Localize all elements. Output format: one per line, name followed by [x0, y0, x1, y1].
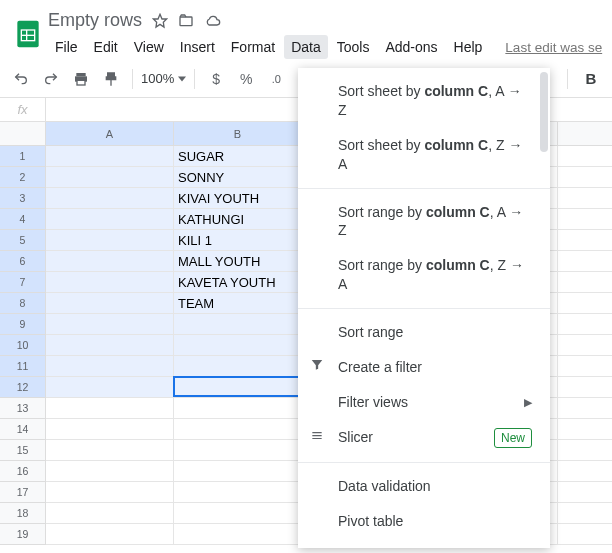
row-header-8[interactable]: 8 — [0, 293, 46, 314]
menu-format[interactable]: Format — [224, 35, 282, 59]
cell-B4[interactable]: KATHUNGI — [174, 209, 302, 230]
menu-pivot-table[interactable]: Pivot table — [298, 504, 550, 539]
row-header-10[interactable]: 10 — [0, 335, 46, 356]
redo-icon[interactable] — [38, 66, 64, 92]
cell-B6[interactable]: MALL YOUTH — [174, 251, 302, 272]
cell-E3[interactable] — [558, 188, 612, 209]
cell-A14[interactable] — [46, 419, 174, 440]
menu-tools[interactable]: Tools — [330, 35, 377, 59]
cell-A1[interactable] — [46, 146, 174, 167]
cell-B18[interactable] — [174, 503, 302, 524]
cloud-status-icon[interactable] — [204, 13, 222, 29]
currency-button[interactable]: $ — [203, 66, 229, 92]
cell-B13[interactable] — [174, 398, 302, 419]
cell-B8[interactable]: TEAM — [174, 293, 302, 314]
row-header-17[interactable]: 17 — [0, 482, 46, 503]
menu-addons[interactable]: Add-ons — [378, 35, 444, 59]
cell-E19[interactable] — [558, 524, 612, 545]
cell-A12[interactable] — [46, 377, 174, 398]
cell-B2[interactable]: SONNY — [174, 167, 302, 188]
cell-E17[interactable] — [558, 482, 612, 503]
row-header-6[interactable]: 6 — [0, 251, 46, 272]
cell-B11[interactable] — [174, 356, 302, 377]
cell-B19[interactable] — [174, 524, 302, 545]
cell-E7[interactable] — [558, 272, 612, 293]
document-title[interactable]: Empty rows — [48, 10, 142, 31]
row-header-19[interactable]: 19 — [0, 524, 46, 545]
cell-B12[interactable] — [174, 377, 302, 398]
cell-A5[interactable] — [46, 230, 174, 251]
row-header-16[interactable]: 16 — [0, 461, 46, 482]
cell-E12[interactable] — [558, 377, 612, 398]
row-header-2[interactable]: 2 — [0, 167, 46, 188]
row-header-18[interactable]: 18 — [0, 503, 46, 524]
print-icon[interactable] — [68, 66, 94, 92]
cell-B3[interactable]: KIVAI YOUTH — [174, 188, 302, 209]
row-header-9[interactable]: 9 — [0, 314, 46, 335]
menu-sort-range[interactable]: Sort range — [298, 315, 550, 350]
row-header-4[interactable]: 4 — [0, 209, 46, 230]
cell-B9[interactable] — [174, 314, 302, 335]
column-header-E[interactable]: E — [558, 122, 612, 145]
menu-view[interactable]: View — [127, 35, 171, 59]
row-header-15[interactable]: 15 — [0, 440, 46, 461]
column-header-A[interactable]: A — [46, 122, 174, 145]
cell-E4[interactable] — [558, 209, 612, 230]
decrease-decimal-button[interactable]: .0 — [263, 66, 289, 92]
cell-A9[interactable] — [46, 314, 174, 335]
cell-B15[interactable] — [174, 440, 302, 461]
row-header-11[interactable]: 11 — [0, 356, 46, 377]
cell-A3[interactable] — [46, 188, 174, 209]
menu-data-validation[interactable]: Data validation — [298, 469, 550, 504]
menu-create-filter[interactable]: Create a filter — [298, 350, 550, 385]
cell-A11[interactable] — [46, 356, 174, 377]
menu-randomize-range[interactable]: Randomize range — [298, 539, 550, 548]
percent-button[interactable]: % — [233, 66, 259, 92]
cell-A10[interactable] — [46, 335, 174, 356]
menu-sort-sheet-az[interactable]: Sort sheet by column C, A → Z — [298, 74, 550, 128]
menu-help[interactable]: Help — [447, 35, 490, 59]
cell-E14[interactable] — [558, 419, 612, 440]
cell-A6[interactable] — [46, 251, 174, 272]
menu-sort-sheet-za[interactable]: Sort sheet by column C, Z → A — [298, 128, 550, 182]
menu-sort-range-za[interactable]: Sort range by column C, Z → A — [298, 248, 550, 302]
row-header-1[interactable]: 1 — [0, 146, 46, 167]
cell-E2[interactable] — [558, 167, 612, 188]
cell-A7[interactable] — [46, 272, 174, 293]
cell-A4[interactable] — [46, 209, 174, 230]
cell-E6[interactable] — [558, 251, 612, 272]
column-header-B[interactable]: B — [174, 122, 302, 145]
cell-E10[interactable] — [558, 335, 612, 356]
cell-B5[interactable]: KILI 1 — [174, 230, 302, 251]
menu-file[interactable]: File — [48, 35, 85, 59]
menu-insert[interactable]: Insert — [173, 35, 222, 59]
cell-A17[interactable] — [46, 482, 174, 503]
paint-format-icon[interactable] — [98, 66, 124, 92]
row-header-14[interactable]: 14 — [0, 419, 46, 440]
menu-filter-views[interactable]: Filter views ▶ — [298, 385, 550, 420]
cell-A13[interactable] — [46, 398, 174, 419]
cell-A8[interactable] — [46, 293, 174, 314]
select-all-corner[interactable] — [0, 122, 46, 146]
cell-E8[interactable] — [558, 293, 612, 314]
cell-A19[interactable] — [46, 524, 174, 545]
cell-B7[interactable]: KAVETA YOUTH — [174, 272, 302, 293]
row-header-3[interactable]: 3 — [0, 188, 46, 209]
cell-E9[interactable] — [558, 314, 612, 335]
menu-edit[interactable]: Edit — [87, 35, 125, 59]
cell-A18[interactable] — [46, 503, 174, 524]
star-icon[interactable] — [152, 13, 168, 29]
row-header-13[interactable]: 13 — [0, 398, 46, 419]
cell-B14[interactable] — [174, 419, 302, 440]
cell-A15[interactable] — [46, 440, 174, 461]
bold-button[interactable]: B — [578, 66, 604, 92]
row-header-5[interactable]: 5 — [0, 230, 46, 251]
row-header-12[interactable]: 12 — [0, 377, 46, 398]
zoom-select[interactable]: 100% — [141, 71, 186, 86]
cell-B1[interactable]: SUGAR — [174, 146, 302, 167]
cell-E15[interactable] — [558, 440, 612, 461]
cell-E18[interactable] — [558, 503, 612, 524]
cell-A16[interactable] — [46, 461, 174, 482]
menu-sort-range-az[interactable]: Sort range by column C, A → Z — [298, 195, 550, 249]
sheets-logo[interactable] — [8, 8, 48, 60]
